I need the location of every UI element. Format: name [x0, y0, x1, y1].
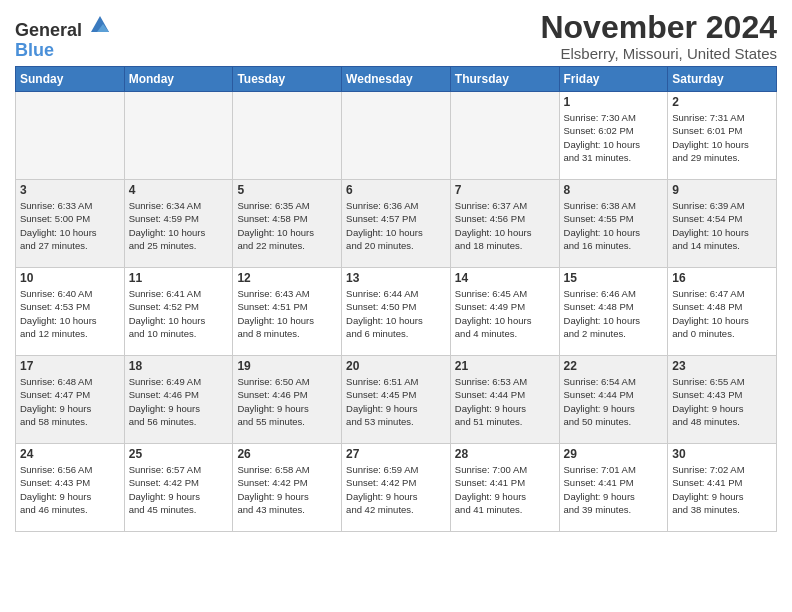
calendar-cell: 19Sunrise: 6:50 AMSunset: 4:46 PMDayligh… [233, 356, 342, 444]
col-tuesday: Tuesday [233, 67, 342, 92]
calendar-week-5: 24Sunrise: 6:56 AMSunset: 4:43 PMDayligh… [16, 444, 777, 532]
day-number: 30 [672, 447, 772, 461]
logo-general: General [15, 20, 82, 40]
day-info: Sunrise: 7:02 AMSunset: 4:41 PMDaylight:… [672, 463, 772, 516]
col-monday: Monday [124, 67, 233, 92]
calendar-cell: 20Sunrise: 6:51 AMSunset: 4:45 PMDayligh… [342, 356, 451, 444]
calendar-cell: 15Sunrise: 6:46 AMSunset: 4:48 PMDayligh… [559, 268, 668, 356]
day-info: Sunrise: 6:38 AMSunset: 4:55 PMDaylight:… [564, 199, 664, 252]
day-info: Sunrise: 7:01 AMSunset: 4:41 PMDaylight:… [564, 463, 664, 516]
day-info: Sunrise: 6:51 AMSunset: 4:45 PMDaylight:… [346, 375, 446, 428]
calendar-cell: 14Sunrise: 6:45 AMSunset: 4:49 PMDayligh… [450, 268, 559, 356]
day-info: Sunrise: 7:31 AMSunset: 6:01 PMDaylight:… [672, 111, 772, 164]
col-friday: Friday [559, 67, 668, 92]
calendar-cell: 5Sunrise: 6:35 AMSunset: 4:58 PMDaylight… [233, 180, 342, 268]
day-number: 11 [129, 271, 229, 285]
calendar-cell: 22Sunrise: 6:54 AMSunset: 4:44 PMDayligh… [559, 356, 668, 444]
calendar-cell: 30Sunrise: 7:02 AMSunset: 4:41 PMDayligh… [668, 444, 777, 532]
calendar-week-4: 17Sunrise: 6:48 AMSunset: 4:47 PMDayligh… [16, 356, 777, 444]
calendar-cell: 6Sunrise: 6:36 AMSunset: 4:57 PMDaylight… [342, 180, 451, 268]
day-number: 7 [455, 183, 555, 197]
calendar-cell [450, 92, 559, 180]
logo-blue: Blue [15, 40, 54, 60]
day-info: Sunrise: 6:37 AMSunset: 4:56 PMDaylight:… [455, 199, 555, 252]
calendar-week-3: 10Sunrise: 6:40 AMSunset: 4:53 PMDayligh… [16, 268, 777, 356]
logo: General Blue [15, 14, 111, 61]
day-number: 8 [564, 183, 664, 197]
calendar-cell [342, 92, 451, 180]
calendar-cell: 24Sunrise: 6:56 AMSunset: 4:43 PMDayligh… [16, 444, 125, 532]
calendar-cell: 26Sunrise: 6:58 AMSunset: 4:42 PMDayligh… [233, 444, 342, 532]
calendar-cell: 1Sunrise: 7:30 AMSunset: 6:02 PMDaylight… [559, 92, 668, 180]
day-number: 10 [20, 271, 120, 285]
location-subtitle: Elsberry, Missouri, United States [540, 45, 777, 62]
day-info: Sunrise: 6:49 AMSunset: 4:46 PMDaylight:… [129, 375, 229, 428]
calendar-cell: 10Sunrise: 6:40 AMSunset: 4:53 PMDayligh… [16, 268, 125, 356]
col-saturday: Saturday [668, 67, 777, 92]
day-number: 28 [455, 447, 555, 461]
day-info: Sunrise: 6:41 AMSunset: 4:52 PMDaylight:… [129, 287, 229, 340]
calendar-cell: 27Sunrise: 6:59 AMSunset: 4:42 PMDayligh… [342, 444, 451, 532]
calendar-cell: 4Sunrise: 6:34 AMSunset: 4:59 PMDaylight… [124, 180, 233, 268]
calendar-week-1: 1Sunrise: 7:30 AMSunset: 6:02 PMDaylight… [16, 92, 777, 180]
day-info: Sunrise: 6:39 AMSunset: 4:54 PMDaylight:… [672, 199, 772, 252]
day-number: 18 [129, 359, 229, 373]
day-number: 4 [129, 183, 229, 197]
col-sunday: Sunday [16, 67, 125, 92]
day-number: 26 [237, 447, 337, 461]
day-number: 14 [455, 271, 555, 285]
calendar-cell: 9Sunrise: 6:39 AMSunset: 4:54 PMDaylight… [668, 180, 777, 268]
day-number: 22 [564, 359, 664, 373]
day-info: Sunrise: 6:55 AMSunset: 4:43 PMDaylight:… [672, 375, 772, 428]
day-info: Sunrise: 6:56 AMSunset: 4:43 PMDaylight:… [20, 463, 120, 516]
month-title: November 2024 [540, 10, 777, 45]
day-info: Sunrise: 6:48 AMSunset: 4:47 PMDaylight:… [20, 375, 120, 428]
day-number: 2 [672, 95, 772, 109]
calendar-cell: 2Sunrise: 7:31 AMSunset: 6:01 PMDaylight… [668, 92, 777, 180]
calendar-cell: 13Sunrise: 6:44 AMSunset: 4:50 PMDayligh… [342, 268, 451, 356]
day-number: 5 [237, 183, 337, 197]
header-row: Sunday Monday Tuesday Wednesday Thursday… [16, 67, 777, 92]
day-number: 12 [237, 271, 337, 285]
day-info: Sunrise: 6:33 AMSunset: 5:00 PMDaylight:… [20, 199, 120, 252]
day-info: Sunrise: 6:53 AMSunset: 4:44 PMDaylight:… [455, 375, 555, 428]
calendar-cell: 12Sunrise: 6:43 AMSunset: 4:51 PMDayligh… [233, 268, 342, 356]
calendar-cell: 25Sunrise: 6:57 AMSunset: 4:42 PMDayligh… [124, 444, 233, 532]
day-info: Sunrise: 6:50 AMSunset: 4:46 PMDaylight:… [237, 375, 337, 428]
day-number: 3 [20, 183, 120, 197]
calendar-cell: 29Sunrise: 7:01 AMSunset: 4:41 PMDayligh… [559, 444, 668, 532]
day-info: Sunrise: 6:35 AMSunset: 4:58 PMDaylight:… [237, 199, 337, 252]
calendar-week-2: 3Sunrise: 6:33 AMSunset: 5:00 PMDaylight… [16, 180, 777, 268]
day-info: Sunrise: 6:34 AMSunset: 4:59 PMDaylight:… [129, 199, 229, 252]
day-number: 9 [672, 183, 772, 197]
calendar-cell: 18Sunrise: 6:49 AMSunset: 4:46 PMDayligh… [124, 356, 233, 444]
day-info: Sunrise: 6:40 AMSunset: 4:53 PMDaylight:… [20, 287, 120, 340]
calendar-cell: 16Sunrise: 6:47 AMSunset: 4:48 PMDayligh… [668, 268, 777, 356]
calendar-cell [16, 92, 125, 180]
calendar-cell: 8Sunrise: 6:38 AMSunset: 4:55 PMDaylight… [559, 180, 668, 268]
day-number: 23 [672, 359, 772, 373]
day-number: 27 [346, 447, 446, 461]
day-info: Sunrise: 6:59 AMSunset: 4:42 PMDaylight:… [346, 463, 446, 516]
day-number: 29 [564, 447, 664, 461]
calendar-cell: 17Sunrise: 6:48 AMSunset: 4:47 PMDayligh… [16, 356, 125, 444]
day-number: 16 [672, 271, 772, 285]
calendar-cell: 3Sunrise: 6:33 AMSunset: 5:00 PMDaylight… [16, 180, 125, 268]
title-block: November 2024 Elsberry, Missouri, United… [540, 10, 777, 62]
page-container: General Blue November 2024 Elsberry, Mis… [0, 0, 792, 537]
day-info: Sunrise: 6:54 AMSunset: 4:44 PMDaylight:… [564, 375, 664, 428]
calendar-cell: 11Sunrise: 6:41 AMSunset: 4:52 PMDayligh… [124, 268, 233, 356]
header: General Blue November 2024 Elsberry, Mis… [15, 10, 777, 62]
day-number: 21 [455, 359, 555, 373]
calendar-table: Sunday Monday Tuesday Wednesday Thursday… [15, 66, 777, 532]
calendar-cell: 23Sunrise: 6:55 AMSunset: 4:43 PMDayligh… [668, 356, 777, 444]
day-info: Sunrise: 6:47 AMSunset: 4:48 PMDaylight:… [672, 287, 772, 340]
calendar-cell [233, 92, 342, 180]
day-info: Sunrise: 6:46 AMSunset: 4:48 PMDaylight:… [564, 287, 664, 340]
day-number: 6 [346, 183, 446, 197]
day-info: Sunrise: 7:30 AMSunset: 6:02 PMDaylight:… [564, 111, 664, 164]
calendar-cell [124, 92, 233, 180]
calendar-cell: 7Sunrise: 6:37 AMSunset: 4:56 PMDaylight… [450, 180, 559, 268]
calendar-cell: 21Sunrise: 6:53 AMSunset: 4:44 PMDayligh… [450, 356, 559, 444]
day-info: Sunrise: 6:45 AMSunset: 4:49 PMDaylight:… [455, 287, 555, 340]
